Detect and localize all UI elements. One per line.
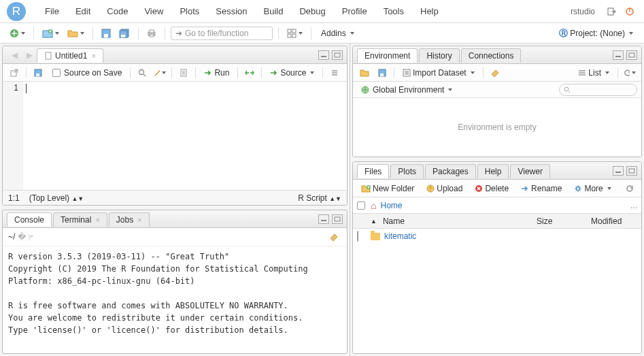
source-button[interactable]: Source [266,67,318,79]
compile-report-icon[interactable] [177,67,190,79]
source-tab-untitled[interactable]: Untitled1 × [37,48,103,63]
svg-rect-29 [615,56,621,57]
outline-icon[interactable] [328,67,341,79]
rerun-icon[interactable] [243,67,256,79]
tab-packages[interactable]: Packages [425,164,476,178]
menu-help[interactable]: Help [413,3,445,19]
import-dataset-button[interactable]: Import Dataset [399,67,479,79]
project-menu[interactable]: ⓇProject: (None) [555,26,637,41]
minimize-pane-button[interactable] [318,50,329,60]
rename-button[interactable]: Rename [517,182,566,195]
menu-edit[interactable]: Edit [69,3,97,19]
path-more-icon[interactable]: ... [630,201,637,210]
tab-viewer[interactable]: Viewer [510,164,549,178]
menu-file[interactable]: File [38,3,66,19]
code-editor[interactable]: 1 [3,82,347,190]
minimize-pane-button[interactable] [318,214,329,224]
menu-debug[interactable]: Debug [292,3,332,19]
col-name[interactable]: ▲Name [367,216,532,226]
svg-rect-12 [150,30,154,33]
menu-plots[interactable]: Plots [173,3,206,19]
popout-icon[interactable] [8,67,20,79]
maximize-pane-button[interactable] [332,50,343,60]
home-icon[interactable]: ⌂ [371,200,376,211]
globe-icon [361,86,371,94]
menu-session[interactable]: Session [209,3,254,19]
menu-build[interactable]: Build [257,3,290,19]
select-all-checkbox[interactable] [357,201,365,210]
env-search[interactable] [559,84,637,96]
minimize-pane-button[interactable] [613,50,624,60]
svg-rect-32 [380,74,384,76]
delete-button[interactable]: Delete [471,182,513,195]
new-file-button[interactable] [7,27,28,39]
file-name-link[interactable]: kitematic [384,231,416,241]
tab-plots[interactable]: Plots [390,164,424,178]
nav-back-icon[interactable]: ◀ [8,49,20,61]
more-button[interactable]: More [570,182,615,195]
main-toolbar: ➔Go to file/function Addins ⓇProject: (N… [0,23,644,44]
refresh-env-icon[interactable] [624,67,636,79]
addins-button[interactable]: Addins [317,27,358,39]
search-icon [564,86,571,93]
svg-rect-10 [121,35,125,37]
tab-console[interactable]: Console [7,212,52,227]
save-source-icon[interactable] [32,67,44,79]
svg-rect-16 [288,34,291,37]
env-empty-message: Environment is empty [353,98,641,157]
menu-tools[interactable]: Tools [377,3,411,19]
tab-terminal[interactable]: Terminal× [53,212,107,227]
source-on-save-checkbox[interactable]: Source on Save [48,67,126,79]
run-button[interactable]: Run [200,67,233,79]
new-folder-button[interactable]: New Folder [357,182,418,195]
refresh-files-icon[interactable] [624,182,636,195]
minimize-pane-button[interactable] [613,166,624,176]
svg-rect-19 [321,56,326,57]
tab-jobs[interactable]: Jobs× [109,212,150,227]
save-workspace-icon[interactable] [376,67,388,79]
maximize-pane-button[interactable] [626,50,637,60]
col-size[interactable]: Size [532,216,587,226]
col-modified[interactable]: Modified [587,216,641,226]
file-row[interactable]: kitematic [353,229,641,244]
upload-button[interactable]: Upload [422,182,467,195]
goto-file-input[interactable]: ➔Go to file/function [171,27,273,40]
close-icon[interactable]: × [95,216,99,224]
menu-profile[interactable]: Profile [335,3,374,19]
clear-env-icon[interactable] [489,67,501,79]
breadcrumb-home[interactable]: Home [380,201,402,210]
new-project-button[interactable] [39,27,62,39]
logout-icon[interactable] [606,5,618,18]
close-icon[interactable]: × [137,216,141,224]
language-selector[interactable]: R Script ▲▼ [298,193,341,203]
env-scope-selector[interactable]: Global Environment [357,84,456,96]
menu-view[interactable]: View [137,3,170,19]
source-toolbar: Source on Save Run Source [3,64,347,82]
wand-icon[interactable] [154,67,166,79]
row-checkbox[interactable] [357,231,358,242]
svg-rect-30 [629,53,634,57]
menu-code[interactable]: Code [100,3,135,19]
tab-connections[interactable]: Connections [461,48,522,63]
nav-forward-icon[interactable]: ▶ [23,49,35,61]
power-icon[interactable] [624,5,636,18]
grid-button[interactable] [284,27,305,39]
tab-history[interactable]: History [419,48,459,63]
list-view-button[interactable]: List [574,67,613,79]
expand-path-icon[interactable]: �ァ [18,231,34,243]
console-output[interactable]: R version 3.5.3 (2019-03-11) -- "Great T… [3,246,347,353]
tab-help[interactable]: Help [477,164,509,178]
find-icon[interactable] [136,67,148,79]
maximize-pane-button[interactable] [332,214,343,224]
save-all-button[interactable] [116,27,133,39]
close-tab-icon[interactable]: × [91,52,95,60]
load-workspace-icon[interactable] [358,67,371,79]
clear-console-icon[interactable] [328,231,340,243]
tab-environment[interactable]: Environment [357,48,418,63]
maximize-pane-button[interactable] [626,166,637,176]
print-button[interactable] [144,27,159,39]
open-file-button[interactable] [65,28,87,39]
tab-files[interactable]: Files [357,164,389,178]
scope-selector[interactable]: (Top Level) ▲▼ [29,193,84,203]
save-button[interactable] [99,27,114,39]
